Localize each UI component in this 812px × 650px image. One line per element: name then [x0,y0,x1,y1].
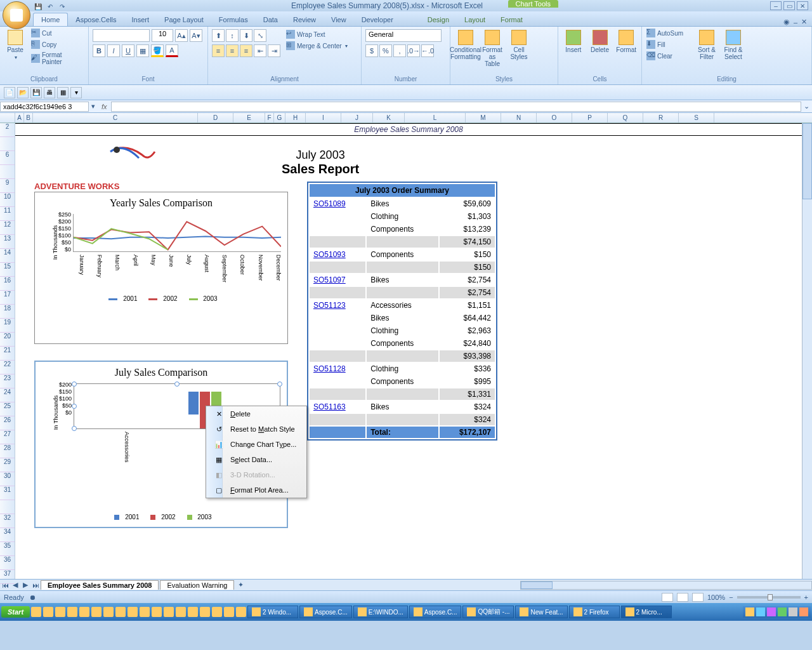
format-as-table-button[interactable]: Format as Table [480,28,505,69]
tab-design[interactable]: Design [420,13,457,26]
start-button[interactable]: Start [1,606,30,618]
align-left-icon[interactable]: ≡ [212,44,225,57]
tray-icon[interactable] [799,607,808,616]
row-header[interactable]: 23 [0,375,15,388]
delete-cells-button[interactable]: Delete [587,28,613,55]
align-right-icon[interactable]: ≡ [240,44,252,57]
row-header[interactable]: 29 [0,458,15,472]
ql-icon[interactable] [140,607,150,617]
row-header[interactable]: 24 [0,388,15,402]
so-link[interactable]: SO51097 [310,274,365,286]
macro-record-icon[interactable]: ⏺ [29,594,36,601]
tray-icon[interactable] [756,607,765,616]
qat2-save-icon[interactable]: 💾 [30,87,42,98]
tray-icon[interactable] [745,607,754,616]
row-header[interactable]: 36 [0,556,15,570]
taskbar-button[interactable]: Aspose.C... [409,606,462,618]
col-header[interactable]: A [15,113,24,123]
tab-page-layout[interactable]: Page Layout [157,13,211,26]
formula-expand-icon[interactable]: ⌄ [801,102,812,110]
so-link[interactable] [310,223,365,235]
col-header[interactable]: D [198,113,233,123]
tray-icon[interactable] [778,607,787,616]
sort-filter-button[interactable]: Sort & Filter [694,28,719,62]
row-header[interactable]: 12 [0,221,15,235]
clear-button[interactable]: ⌫Clear [645,51,693,61]
minimize-icon[interactable]: – [770,1,782,10]
so-link[interactable]: SO51089 [310,198,365,209]
qat-save-icon[interactable]: 💾 [33,1,43,11]
col-header[interactable]: S [679,113,714,123]
name-box-dropdown-icon[interactable]: ▾ [89,102,98,110]
context-menu-item[interactable]: ↺Reset to Match Style [223,421,306,437]
selection-handle[interactable] [277,381,282,387]
col-header[interactable]: Q [608,113,643,123]
row-header[interactable]: 11 [0,207,15,221]
selection-handle[interactable] [72,381,77,387]
zoom-thumb[interactable] [768,594,773,600]
qat-redo-icon[interactable]: ↷ [57,1,67,11]
row-header[interactable]: 13 [0,235,15,249]
col-header[interactable]: K [373,113,405,123]
ql-icon[interactable] [55,607,65,617]
ql-icon[interactable] [212,607,222,617]
ql-icon[interactable] [79,607,89,617]
qat2-icon5[interactable]: ▦ [57,87,69,98]
font-size-dropdown[interactable]: 10 [152,29,173,42]
align-middle-icon[interactable]: ↕ [226,29,239,42]
tab-format[interactable]: Format [493,13,530,26]
context-menu-item[interactable]: ▢Format Plot Area... [223,482,306,498]
worksheet-content[interactable]: Employee Sales Summary 2008 ADVENTURE WO… [15,123,802,579]
paste-button[interactable]: Paste▾ [3,28,28,62]
row-header[interactable]: 16 [0,277,15,291]
context-menu-item[interactable]: ✕Delete [223,406,306,421]
row-header[interactable]: 9 [0,179,15,193]
so-link[interactable]: SO51093 [310,249,365,260]
office-button[interactable] [3,1,30,29]
so-link[interactable] [310,376,365,387]
sheet-nav-next-icon[interactable]: ▶ [20,581,30,589]
so-link[interactable]: SO51128 [310,363,365,375]
qat2-new-icon[interactable]: 📄 [4,87,15,98]
vscroll-thumb[interactable] [802,123,812,199]
row-header[interactable]: 34 [0,528,15,542]
row-header[interactable]: 19 [0,319,15,333]
so-link[interactable] [310,312,365,324]
currency-icon[interactable]: $ [365,44,378,57]
so-link[interactable] [310,211,365,222]
tab-home[interactable]: Home [33,13,68,26]
tab-insert[interactable]: Insert [124,13,157,26]
row-header[interactable] [0,165,15,179]
selection-handle[interactable] [174,381,180,387]
select-all-corner[interactable] [0,113,15,123]
row-header[interactable]: 18 [0,305,15,319]
ql-icon[interactable] [236,607,246,617]
maximize-icon[interactable]: ▭ [783,1,795,10]
row-header[interactable]: 6 [0,151,15,165]
format-cells-button[interactable]: Format [613,28,639,55]
row-header[interactable]: 26 [0,416,15,430]
cut-button[interactable]: ✂Cut [29,28,86,38]
ql-icon[interactable] [188,607,198,617]
taskbar-button[interactable]: 2 Micro... [621,606,672,618]
sheet-nav-first-icon[interactable]: ⏮ [0,581,10,589]
row-header[interactable]: 17 [0,291,15,305]
zoom-level[interactable]: 100% [707,594,725,601]
row-header[interactable]: 32 [0,514,15,528]
zoom-out-icon[interactable]: − [729,594,733,601]
context-menu-item[interactable]: 📊Change Chart Type... [223,437,306,452]
percent-icon[interactable]: % [379,44,392,57]
underline-button[interactable]: U [122,44,134,57]
row-header[interactable] [0,500,15,514]
row-header[interactable]: 25 [0,402,15,416]
ql-icon[interactable] [31,607,41,617]
wrap-text-button[interactable]: ↩Wrap Text [284,29,350,39]
page-break-view-icon[interactable] [692,593,704,602]
format-painter-button[interactable]: 🖌Format Painter [29,51,86,66]
zoom-slider[interactable] [737,596,801,599]
new-sheet-icon[interactable]: ✦ [235,581,246,589]
taskbar-button[interactable]: Aspose.C... [299,606,352,618]
find-select-button[interactable]: Find & Select [721,28,746,62]
doc-close-icon[interactable]: ✕ [801,18,807,26]
sheet-nav-prev-icon[interactable]: ◀ [10,581,20,589]
